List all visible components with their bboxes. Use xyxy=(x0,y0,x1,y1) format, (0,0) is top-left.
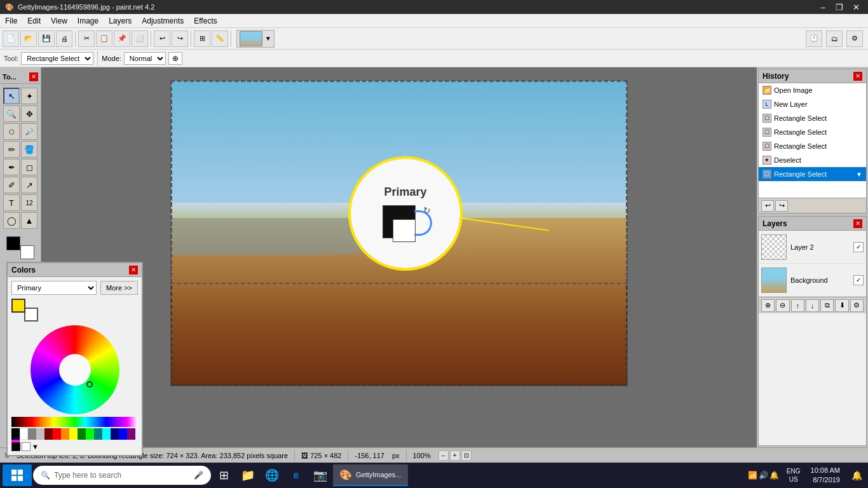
palette-lime[interactable] xyxy=(86,428,94,440)
tool-ellipse[interactable]: ◯ xyxy=(3,212,20,229)
background-color-box[interactable] xyxy=(20,245,34,259)
taskbar-search[interactable]: 🔍 Type here to search 🎤 xyxy=(33,466,211,485)
layer-add-btn[interactable]: ⊕ xyxy=(761,299,775,312)
edge-btn[interactable]: e xyxy=(285,464,308,486)
layer-duplicate-btn[interactable]: ⧉ xyxy=(820,299,834,312)
layer-item-background[interactable]: Background ✓ xyxy=(759,264,866,297)
taskbar-clock[interactable]: 10:08 AM 8/7/2019 xyxy=(806,464,845,487)
tool-pan[interactable]: ✥ xyxy=(21,105,37,122)
maximize-button[interactable]: ❐ xyxy=(832,0,846,14)
tools-panel-close[interactable]: ✕ xyxy=(29,72,38,81)
colors-close-btn[interactable]: ✕ xyxy=(129,266,138,274)
layer-bg-check[interactable]: ✓ xyxy=(853,275,864,285)
history-dropdown[interactable]: ▼ xyxy=(856,171,862,178)
palette-silver[interactable] xyxy=(36,428,44,440)
menu-layers[interactable]: Layers xyxy=(104,14,137,27)
toolbar-save[interactable]: 💾 xyxy=(38,30,55,47)
tool-select[interactable]: Rectangle Select xyxy=(21,52,93,65)
palette-blue[interactable] xyxy=(119,428,127,440)
toolbar-ruler[interactable]: 📏 xyxy=(212,30,228,47)
palette-orange[interactable] xyxy=(61,428,69,440)
menu-file[interactable]: File xyxy=(0,14,22,27)
layer-item-2[interactable]: Layer 2 ✓ xyxy=(759,231,866,264)
chrome-btn[interactable]: 🌐 xyxy=(261,464,283,486)
start-button[interactable] xyxy=(3,464,32,486)
undo-btn[interactable]: ↩ xyxy=(761,200,774,212)
zoom-in-btn[interactable]: + xyxy=(450,451,460,461)
toolbar-redo[interactable]: ↪ xyxy=(172,30,188,47)
network-icon[interactable]: 📶 xyxy=(748,471,757,480)
fg-swatch[interactable] xyxy=(11,299,25,313)
blend-mode-select[interactable]: Normal xyxy=(124,52,166,65)
color-wheel[interactable] xyxy=(31,325,119,414)
palette-teal[interactable] xyxy=(94,428,102,440)
tool-extra-btn[interactable]: ⊕ xyxy=(168,52,182,65)
layer-down-btn[interactable]: ↓ xyxy=(806,299,819,312)
bg-swatch[interactable] xyxy=(24,308,38,322)
reset-dropdown[interactable]: ▼ xyxy=(32,442,42,451)
menu-edit[interactable]: Edit xyxy=(22,14,46,27)
toolbar-crop[interactable]: ⬜ xyxy=(132,30,148,47)
close-button[interactable]: ✕ xyxy=(849,0,863,14)
menu-adjustments[interactable]: Adjustments xyxy=(137,14,189,27)
tool-move[interactable]: ✦ xyxy=(21,88,37,104)
toolbar-cut[interactable]: ✂ xyxy=(78,30,95,47)
toolbar-open[interactable]: 📂 xyxy=(20,30,37,47)
minimize-button[interactable]: – xyxy=(816,0,830,14)
toolbar-layers-icon[interactable]: 🗂 xyxy=(826,30,843,47)
toolbar-print[interactable]: 🖨 xyxy=(56,30,72,47)
history-item-deselect[interactable]: ✦ Deselect xyxy=(759,153,866,167)
volume-icon[interactable]: 🔊 xyxy=(759,471,768,480)
palette-black[interactable] xyxy=(11,428,20,440)
toolbar-grid[interactable]: ⊞ xyxy=(194,30,210,47)
zoom-out-btn[interactable]: – xyxy=(438,451,449,461)
color-wheel-cursor[interactable] xyxy=(86,381,93,388)
notifications-btn[interactable]: 🔔 xyxy=(848,470,865,480)
tool-zoom-rect[interactable]: 🔎 xyxy=(21,123,37,140)
taskbar-lang[interactable]: ENGUS xyxy=(784,467,803,484)
palette-yellow[interactable] xyxy=(69,428,78,440)
canvas-area[interactable]: Primary ↻ xyxy=(41,67,757,447)
history-item-rect2[interactable]: ☐ Rectangle Select xyxy=(759,125,866,139)
history-item-open[interactable]: 📁 Open Image xyxy=(759,83,866,97)
palette-navy[interactable] xyxy=(111,428,119,440)
toolbar-undo[interactable]: ↩ xyxy=(154,30,170,47)
history-item-rect-active[interactable]: ☐ Rectangle Select ▼ xyxy=(759,167,866,181)
color-wheel-container[interactable] xyxy=(31,325,119,414)
toolbar-settings[interactable]: ⚙ xyxy=(846,30,863,47)
photos-btn[interactable]: 📷 xyxy=(309,464,332,486)
tool-fill[interactable]: 🪣 xyxy=(21,141,37,158)
layer-props-btn[interactable]: ⚙ xyxy=(850,299,864,312)
image-tab[interactable]: ▼ xyxy=(236,30,275,48)
primary-dropdown[interactable]: Primary xyxy=(11,281,97,295)
history-item-rect1[interactable]: ☐ Rectangle Select xyxy=(759,111,866,125)
reset-white[interactable] xyxy=(22,442,31,451)
tool-recolor[interactable]: 12 xyxy=(21,194,37,211)
tool-lasso[interactable]: ⬡ xyxy=(3,123,20,140)
tool-pen[interactable]: ✒ xyxy=(3,159,20,175)
menu-image[interactable]: Image xyxy=(72,14,104,27)
layer-remove-btn[interactable]: ⊖ xyxy=(776,299,789,312)
tool-clone[interactable]: ✐ xyxy=(3,177,20,193)
tool-text[interactable]: T xyxy=(3,194,20,211)
layer-2-check[interactable]: ✓ xyxy=(853,242,864,252)
layer-merge-btn[interactable]: ⬇ xyxy=(835,299,848,312)
palette-purple[interactable] xyxy=(127,428,135,440)
foreground-color-box[interactable] xyxy=(6,236,20,250)
file-explorer-btn[interactable]: 📁 xyxy=(236,464,259,486)
toolbar-paste[interactable]: 📌 xyxy=(114,30,130,47)
more-button[interactable]: More >> xyxy=(100,281,138,295)
menu-effects[interactable]: Effects xyxy=(189,14,222,27)
toolbar-copy[interactable]: 📋 xyxy=(96,30,112,47)
palette-cyan[interactable] xyxy=(102,428,111,440)
history-close-btn[interactable]: ✕ xyxy=(853,72,862,81)
reset-black[interactable] xyxy=(11,442,20,451)
tool-select[interactable]: ↖ xyxy=(3,88,20,104)
toolbar-history-icon[interactable]: 🕐 xyxy=(806,30,822,47)
palette-green[interactable] xyxy=(78,428,86,440)
layer-up-btn[interactable]: ↑ xyxy=(791,299,804,312)
palette-white[interactable] xyxy=(20,428,28,440)
menu-view[interactable]: View xyxy=(46,14,72,27)
tool-rect[interactable]: ◻ xyxy=(21,159,37,175)
battery-icon[interactable]: 🔔 xyxy=(770,471,779,480)
